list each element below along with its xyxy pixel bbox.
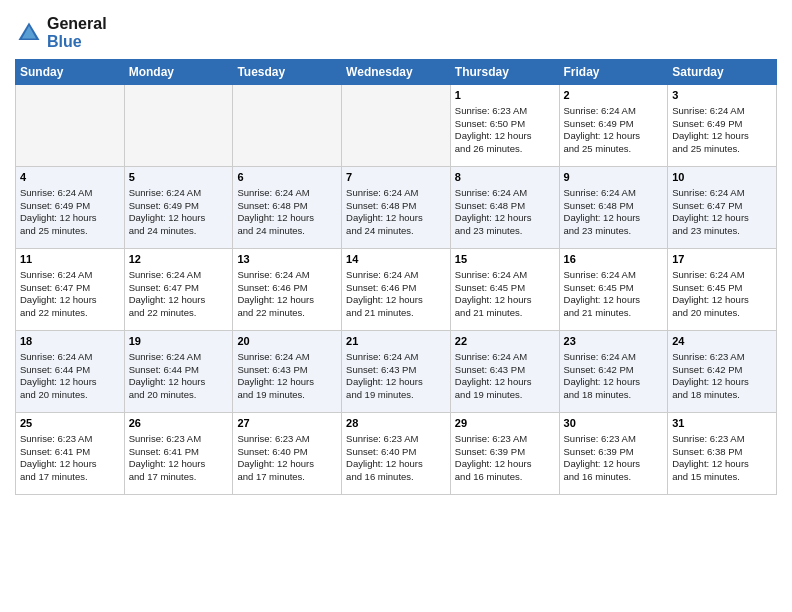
calendar-cell: 30Sunrise: 6:23 AM Sunset: 6:39 PM Dayli… (559, 413, 668, 495)
day-header-thursday: Thursday (450, 60, 559, 85)
calendar-cell: 14Sunrise: 6:24 AM Sunset: 6:46 PM Dayli… (342, 249, 451, 331)
day-number: 29 (455, 416, 555, 431)
day-number: 10 (672, 170, 772, 185)
calendar-body: 1Sunrise: 6:23 AM Sunset: 6:50 PM Daylig… (16, 85, 777, 495)
day-number: 16 (564, 252, 664, 267)
day-info: Sunrise: 6:24 AM Sunset: 6:48 PM Dayligh… (564, 187, 664, 238)
day-number: 12 (129, 252, 229, 267)
logo-text: General Blue (47, 15, 107, 51)
day-number: 22 (455, 334, 555, 349)
day-info: Sunrise: 6:24 AM Sunset: 6:45 PM Dayligh… (564, 269, 664, 320)
day-info: Sunrise: 6:24 AM Sunset: 6:47 PM Dayligh… (129, 269, 229, 320)
day-number: 2 (564, 88, 664, 103)
day-header-tuesday: Tuesday (233, 60, 342, 85)
day-number: 3 (672, 88, 772, 103)
day-number: 17 (672, 252, 772, 267)
day-info: Sunrise: 6:24 AM Sunset: 6:47 PM Dayligh… (20, 269, 120, 320)
day-info: Sunrise: 6:24 AM Sunset: 6:48 PM Dayligh… (346, 187, 446, 238)
calendar-cell: 26Sunrise: 6:23 AM Sunset: 6:41 PM Dayli… (124, 413, 233, 495)
day-info: Sunrise: 6:23 AM Sunset: 6:41 PM Dayligh… (20, 433, 120, 484)
day-number: 13 (237, 252, 337, 267)
day-info: Sunrise: 6:24 AM Sunset: 6:43 PM Dayligh… (346, 351, 446, 402)
day-header-friday: Friday (559, 60, 668, 85)
day-header-sunday: Sunday (16, 60, 125, 85)
day-info: Sunrise: 6:24 AM Sunset: 6:49 PM Dayligh… (672, 105, 772, 156)
day-number: 26 (129, 416, 229, 431)
calendar-cell: 28Sunrise: 6:23 AM Sunset: 6:40 PM Dayli… (342, 413, 451, 495)
day-number: 7 (346, 170, 446, 185)
day-number: 20 (237, 334, 337, 349)
day-number: 28 (346, 416, 446, 431)
week-row-4: 18Sunrise: 6:24 AM Sunset: 6:44 PM Dayli… (16, 331, 777, 413)
day-info: Sunrise: 6:24 AM Sunset: 6:46 PM Dayligh… (237, 269, 337, 320)
day-number: 11 (20, 252, 120, 267)
calendar-cell: 19Sunrise: 6:24 AM Sunset: 6:44 PM Dayli… (124, 331, 233, 413)
calendar-cell: 11Sunrise: 6:24 AM Sunset: 6:47 PM Dayli… (16, 249, 125, 331)
calendar-cell: 4Sunrise: 6:24 AM Sunset: 6:49 PM Daylig… (16, 167, 125, 249)
day-info: Sunrise: 6:24 AM Sunset: 6:44 PM Dayligh… (20, 351, 120, 402)
calendar-cell: 8Sunrise: 6:24 AM Sunset: 6:48 PM Daylig… (450, 167, 559, 249)
day-info: Sunrise: 6:24 AM Sunset: 6:45 PM Dayligh… (672, 269, 772, 320)
day-info: Sunrise: 6:23 AM Sunset: 6:39 PM Dayligh… (564, 433, 664, 484)
calendar-cell: 29Sunrise: 6:23 AM Sunset: 6:39 PM Dayli… (450, 413, 559, 495)
week-row-1: 1Sunrise: 6:23 AM Sunset: 6:50 PM Daylig… (16, 85, 777, 167)
logo: General Blue (15, 15, 107, 51)
calendar-cell: 3Sunrise: 6:24 AM Sunset: 6:49 PM Daylig… (668, 85, 777, 167)
day-number: 25 (20, 416, 120, 431)
calendar-cell: 23Sunrise: 6:24 AM Sunset: 6:42 PM Dayli… (559, 331, 668, 413)
day-info: Sunrise: 6:24 AM Sunset: 6:49 PM Dayligh… (129, 187, 229, 238)
day-number: 4 (20, 170, 120, 185)
calendar-cell: 16Sunrise: 6:24 AM Sunset: 6:45 PM Dayli… (559, 249, 668, 331)
week-row-5: 25Sunrise: 6:23 AM Sunset: 6:41 PM Dayli… (16, 413, 777, 495)
day-header-saturday: Saturday (668, 60, 777, 85)
week-row-2: 4Sunrise: 6:24 AM Sunset: 6:49 PM Daylig… (16, 167, 777, 249)
week-row-3: 11Sunrise: 6:24 AM Sunset: 6:47 PM Dayli… (16, 249, 777, 331)
day-header-wednesday: Wednesday (342, 60, 451, 85)
calendar-cell (124, 85, 233, 167)
day-number: 31 (672, 416, 772, 431)
day-number: 14 (346, 252, 446, 267)
day-number: 19 (129, 334, 229, 349)
calendar-cell: 22Sunrise: 6:24 AM Sunset: 6:43 PM Dayli… (450, 331, 559, 413)
day-info: Sunrise: 6:24 AM Sunset: 6:49 PM Dayligh… (20, 187, 120, 238)
calendar-cell: 21Sunrise: 6:24 AM Sunset: 6:43 PM Dayli… (342, 331, 451, 413)
header: General Blue (15, 10, 777, 51)
day-info: Sunrise: 6:23 AM Sunset: 6:39 PM Dayligh… (455, 433, 555, 484)
day-number: 21 (346, 334, 446, 349)
day-number: 15 (455, 252, 555, 267)
calendar-cell: 31Sunrise: 6:23 AM Sunset: 6:38 PM Dayli… (668, 413, 777, 495)
calendar-cell: 17Sunrise: 6:24 AM Sunset: 6:45 PM Dayli… (668, 249, 777, 331)
calendar-cell: 24Sunrise: 6:23 AM Sunset: 6:42 PM Dayli… (668, 331, 777, 413)
day-info: Sunrise: 6:24 AM Sunset: 6:48 PM Dayligh… (455, 187, 555, 238)
day-header-monday: Monday (124, 60, 233, 85)
day-number: 30 (564, 416, 664, 431)
calendar-cell: 5Sunrise: 6:24 AM Sunset: 6:49 PM Daylig… (124, 167, 233, 249)
day-info: Sunrise: 6:24 AM Sunset: 6:43 PM Dayligh… (237, 351, 337, 402)
day-number: 1 (455, 88, 555, 103)
day-number: 6 (237, 170, 337, 185)
calendar-cell: 1Sunrise: 6:23 AM Sunset: 6:50 PM Daylig… (450, 85, 559, 167)
calendar-cell: 25Sunrise: 6:23 AM Sunset: 6:41 PM Dayli… (16, 413, 125, 495)
day-number: 23 (564, 334, 664, 349)
calendar-container: General Blue SundayMondayTuesdayWednesda… (0, 0, 792, 505)
calendar-cell: 6Sunrise: 6:24 AM Sunset: 6:48 PM Daylig… (233, 167, 342, 249)
day-info: Sunrise: 6:24 AM Sunset: 6:44 PM Dayligh… (129, 351, 229, 402)
logo-icon (15, 19, 43, 47)
calendar-header-row: SundayMondayTuesdayWednesdayThursdayFrid… (16, 60, 777, 85)
day-info: Sunrise: 6:23 AM Sunset: 6:41 PM Dayligh… (129, 433, 229, 484)
day-number: 18 (20, 334, 120, 349)
day-number: 24 (672, 334, 772, 349)
day-info: Sunrise: 6:23 AM Sunset: 6:50 PM Dayligh… (455, 105, 555, 156)
calendar-cell: 7Sunrise: 6:24 AM Sunset: 6:48 PM Daylig… (342, 167, 451, 249)
day-info: Sunrise: 6:23 AM Sunset: 6:40 PM Dayligh… (237, 433, 337, 484)
calendar-cell (342, 85, 451, 167)
day-info: Sunrise: 6:24 AM Sunset: 6:48 PM Dayligh… (237, 187, 337, 238)
calendar-cell: 27Sunrise: 6:23 AM Sunset: 6:40 PM Dayli… (233, 413, 342, 495)
day-info: Sunrise: 6:24 AM Sunset: 6:46 PM Dayligh… (346, 269, 446, 320)
day-number: 27 (237, 416, 337, 431)
day-info: Sunrise: 6:23 AM Sunset: 6:38 PM Dayligh… (672, 433, 772, 484)
day-info: Sunrise: 6:23 AM Sunset: 6:42 PM Dayligh… (672, 351, 772, 402)
calendar-cell: 12Sunrise: 6:24 AM Sunset: 6:47 PM Dayli… (124, 249, 233, 331)
day-info: Sunrise: 6:24 AM Sunset: 6:49 PM Dayligh… (564, 105, 664, 156)
calendar-cell: 18Sunrise: 6:24 AM Sunset: 6:44 PM Dayli… (16, 331, 125, 413)
